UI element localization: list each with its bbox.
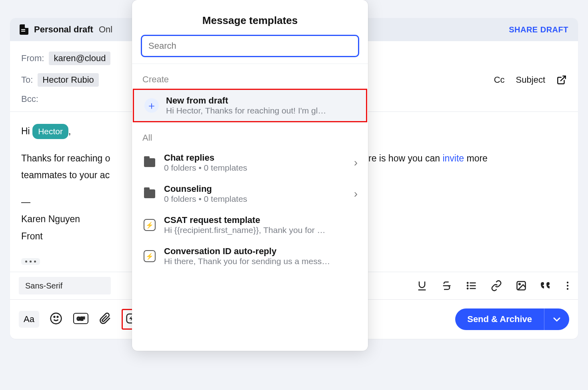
svg-point-14: [51, 313, 62, 324]
message-templates-popover: Message templates Create ＋ New from draf…: [132, 0, 368, 351]
image-icon[interactable]: [516, 280, 527, 291]
to-label: To:: [21, 75, 33, 85]
svg-line-0: [561, 76, 566, 81]
body-text-2: teammates to your ac: [21, 170, 110, 180]
invite-link[interactable]: invite: [442, 153, 464, 163]
template-search-input[interactable]: [148, 41, 352, 51]
send-options-dropdown[interactable]: [544, 308, 569, 330]
svg-point-7: [467, 285, 468, 286]
body-text-1b: ere is how you can: [363, 153, 442, 163]
svg-point-15: [54, 316, 55, 318]
bullet-list-icon[interactable]: [466, 280, 477, 291]
chevron-right-icon: ›: [354, 187, 358, 200]
send-archive-label[interactable]: Send & Archive: [455, 308, 544, 330]
quote-icon[interactable]: [540, 280, 552, 291]
font-family-label: Sans-Serif: [25, 281, 62, 291]
greeting-prefix: Hi: [21, 126, 32, 136]
document-icon: [20, 24, 28, 35]
folder-sub: 0 folders • 0 templates: [164, 163, 347, 173]
to-recipient-chip[interactable]: Hector Rubio: [38, 73, 98, 87]
from-label: From:: [21, 53, 44, 64]
template-icon: ⚡: [144, 250, 156, 262]
svg-point-8: [467, 288, 468, 289]
gif-icon[interactable]: GIF: [73, 312, 89, 326]
svg-text:GIF: GIF: [77, 316, 85, 322]
subject-button[interactable]: Subject: [516, 75, 545, 85]
chevron-right-icon: ›: [354, 156, 358, 169]
svg-point-13: [567, 288, 568, 290]
svg-point-10: [519, 283, 520, 285]
underline-icon[interactable]: [416, 280, 428, 291]
trimmed-content-toggle[interactable]: [21, 258, 40, 265]
folder-sub: 0 folders • 0 templates: [164, 194, 347, 204]
body-text-1c: more: [464, 153, 488, 163]
from-value[interactable]: karen@cloud: [49, 52, 110, 65]
draft-visibility: Onl: [99, 24, 112, 35]
font-family-select[interactable]: Sans-Serif: [19, 277, 111, 294]
svg-point-16: [57, 316, 58, 318]
draft-title: Personal draft: [34, 24, 93, 35]
link-icon[interactable]: [491, 280, 502, 291]
emoji-icon[interactable]: [50, 312, 62, 326]
create-section-label: Create: [132, 64, 368, 89]
share-draft-button[interactable]: SHARE DRAFT: [509, 25, 568, 34]
template-csat-request[interactable]: ⚡ CSAT request template Hi {{recipient.f…: [132, 209, 368, 241]
greeting-suffix: ,: [68, 126, 71, 136]
template-sub: Hi {{recipient.first_name}}, Thank you f…: [164, 225, 358, 235]
template-icon: ⚡: [144, 219, 156, 231]
template-folder-counseling[interactable]: Counseling 0 folders • 0 templates ›: [132, 178, 368, 209]
folder-icon: [144, 189, 155, 198]
template-sub: Hi there, Thank you for sending us a mes…: [164, 257, 358, 266]
popout-icon[interactable]: [556, 75, 567, 85]
new-from-draft-preview: Hi Hector, Thanks for reaching out! I'm …: [166, 106, 356, 115]
popover-title: Message templates: [132, 0, 368, 35]
attachment-icon[interactable]: [99, 312, 111, 326]
svg-point-11: [567, 282, 568, 283]
all-section-label: All: [132, 122, 368, 147]
folder-title: Counseling: [164, 184, 347, 194]
cc-button[interactable]: Cc: [494, 75, 505, 85]
mention-hector[interactable]: Hector: [32, 124, 68, 139]
folder-title: Chat replies: [164, 153, 347, 163]
template-conversation-id-autoreply[interactable]: ⚡ Conversation ID auto-reply Hi there, T…: [132, 241, 368, 272]
template-title: CSAT request template: [164, 215, 358, 225]
template-title: Conversation ID auto-reply: [164, 246, 358, 257]
svg-point-6: [467, 283, 468, 283]
body-text-1a: Thanks for reaching o: [21, 153, 110, 163]
toggle-format-button[interactable]: Aa: [19, 311, 39, 328]
template-folder-chat-replies[interactable]: Chat replies 0 folders • 0 templates ›: [132, 147, 368, 178]
strikethrough-icon[interactable]: [441, 280, 452, 291]
folder-icon: [144, 158, 155, 167]
new-from-draft-item[interactable]: ＋ New from draft Hi Hector, Thanks for r…: [133, 89, 367, 122]
send-archive-button[interactable]: Send & Archive: [455, 308, 569, 330]
svg-point-12: [567, 285, 568, 287]
template-search-field[interactable]: [141, 35, 359, 57]
plus-icon: ＋: [144, 98, 159, 113]
more-format-icon[interactable]: [566, 280, 569, 291]
new-from-draft-title: New from draft: [166, 96, 356, 106]
